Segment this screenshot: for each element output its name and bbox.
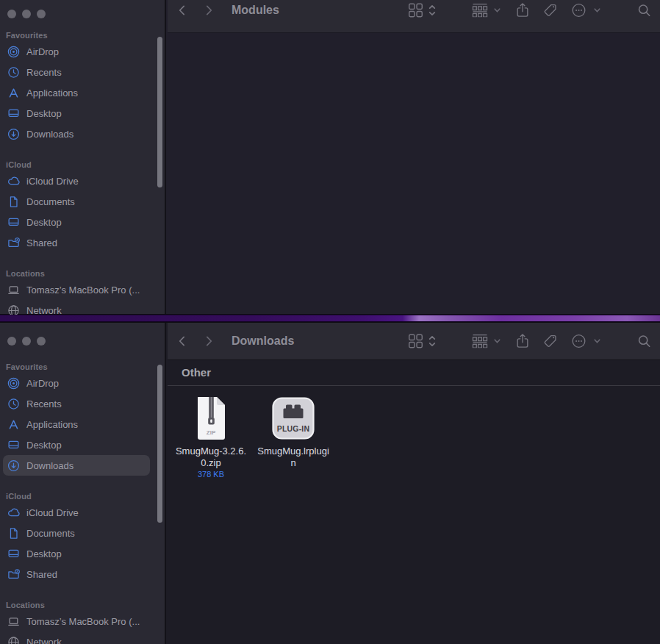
sidebar-item-desktop-icloud[interactable]: Desktop	[3, 543, 150, 564]
more-actions-button[interactable]	[571, 334, 587, 349]
file-name: SmugMug.lrplugin	[257, 446, 330, 469]
close-button[interactable]	[7, 10, 16, 18]
back-button[interactable]	[176, 4, 189, 17]
sidebar-item-label: Desktop	[26, 108, 62, 119]
finder-window-downloads: Favourites AirDrop Recents Applications	[0, 322, 660, 644]
shared-folder-icon	[7, 237, 20, 249]
sidebar-item-label: Recents	[26, 398, 62, 409]
document-icon	[7, 527, 20, 540]
sidebar-item-desktop[interactable]: Desktop	[3, 103, 150, 124]
sidebar-item-downloads-selected[interactable]: Downloads	[3, 455, 150, 476]
icon-view-button[interactable]	[408, 334, 423, 349]
window-content: Modules	[168, 0, 660, 314]
forward-button[interactable]	[202, 4, 215, 17]
laptop-icon	[7, 284, 20, 296]
share-button[interactable]	[515, 2, 530, 18]
group-by-button[interactable]	[471, 334, 489, 348]
zoom-button[interactable]	[37, 337, 46, 346]
sidebar: Favourites AirDrop Recents Applications	[0, 323, 166, 644]
sidebar-item-icloud-drive[interactable]: iCloud Drive	[3, 171, 150, 191]
sidebar-item-label: iCloud Drive	[26, 507, 79, 518]
zip-badge-text: ZIP	[207, 429, 216, 436]
share-button[interactable]	[515, 333, 530, 349]
sidebar-item-label: Desktop	[26, 548, 62, 559]
sidebar-item-airdrop[interactable]: AirDrop	[3, 41, 150, 62]
sidebar-scrollbar[interactable]	[157, 37, 162, 187]
group-header-other: Other	[168, 359, 660, 386]
zip-file-icon: ZIP	[195, 397, 227, 440]
sidebar-scrollbar[interactable]	[157, 365, 162, 523]
sidebar-item-icloud-drive[interactable]: iCloud Drive	[3, 502, 150, 523]
sidebar-section-favourites: Favourites	[0, 361, 165, 373]
back-button[interactable]	[176, 335, 189, 348]
window-title: Modules	[232, 4, 279, 17]
sidebar-item-label: Recents	[26, 67, 62, 78]
shared-folder-icon	[7, 568, 20, 581]
zoom-button[interactable]	[37, 10, 46, 18]
sidebar-item-macbook[interactable]: Tomasz’s MacBook Pro (...	[3, 279, 150, 300]
window-title: Downloads	[232, 334, 294, 348]
sidebar-item-label: Applications	[26, 419, 78, 430]
sidebar-item-documents[interactable]: Documents	[3, 523, 150, 543]
icon-view-button[interactable]	[408, 3, 423, 18]
sidebar-item-label: Desktop	[26, 217, 62, 228]
group-by-button[interactable]	[471, 4, 489, 18]
tags-button[interactable]	[542, 334, 558, 349]
desktop-icon	[7, 439, 20, 451]
sidebar-item-label: Applications	[26, 87, 78, 99]
sidebar-item-label: Tomasz’s MacBook Pro (...	[26, 285, 140, 296]
view-options-chevrons-icon[interactable]	[428, 4, 437, 18]
sidebar-item-label: Downloads	[26, 460, 73, 471]
sidebar-item-shared[interactable]: Shared	[3, 232, 150, 253]
desktop-icon	[7, 548, 20, 560]
sidebar-item-label: Documents	[26, 196, 75, 207]
document-icon	[7, 196, 20, 208]
sidebar-item-desktop-icloud[interactable]: Desktop	[3, 212, 150, 232]
search-button[interactable]	[637, 4, 651, 18]
sidebar-section-icloud: iCloud	[0, 159, 165, 171]
chevron-down-icon[interactable]	[593, 7, 601, 15]
sidebar-item-airdrop[interactable]: AirDrop	[3, 373, 150, 393]
sidebar-item-applications[interactable]: Applications	[3, 82, 150, 103]
sidebar-item-label: Shared	[26, 569, 57, 580]
download-circle-icon	[7, 128, 20, 140]
plugin-file-icon: PLUG-IN	[272, 397, 315, 440]
desktop: Favourites AirDrop Recents Applications	[0, 0, 660, 644]
more-actions-button[interactable]	[571, 3, 587, 18]
sidebar-section-locations: Locations	[0, 268, 165, 279]
sidebar-item-label: Documents	[26, 528, 75, 539]
sidebar-item-label: AirDrop	[26, 378, 59, 389]
airdrop-icon	[7, 46, 20, 58]
sidebar-section-icloud: iCloud	[0, 490, 165, 502]
sidebar-item-network[interactable]: Network	[3, 632, 150, 644]
minimize-button[interactable]	[22, 10, 31, 18]
sidebar-item-label: Desktop	[26, 440, 62, 451]
sidebar-item-recents[interactable]: Recents	[3, 62, 150, 82]
sidebar-item-label: Downloads	[26, 129, 73, 140]
sidebar-item-macbook[interactable]: Tomasz’s MacBook Pro (...	[3, 611, 150, 632]
cloud-icon	[7, 507, 20, 519]
sidebar-item-shared[interactable]: Shared	[3, 564, 150, 584]
sidebar-item-applications[interactable]: Applications	[3, 414, 150, 434]
view-options-chevrons-icon[interactable]	[428, 334, 437, 348]
minimize-button[interactable]	[22, 337, 31, 346]
chevron-down-icon[interactable]	[593, 337, 601, 346]
sidebar-item-documents[interactable]: Documents	[3, 191, 150, 212]
sidebar-item-downloads[interactable]: Downloads	[3, 124, 150, 144]
sidebar-item-label: Shared	[26, 237, 57, 248]
tags-button[interactable]	[542, 3, 558, 18]
file-area-empty	[168, 34, 660, 314]
toolbar: Modules	[168, 0, 660, 33]
chevron-down-icon[interactable]	[493, 7, 501, 15]
sidebar-item-recents[interactable]: Recents	[3, 393, 150, 414]
cloud-icon	[7, 175, 20, 187]
file-item-plugin[interactable]: PLUG-IN SmugMug.lrplugin	[254, 397, 332, 469]
file-name: SmugMug-3.2.6.0.zip	[174, 446, 248, 469]
desktop-wallpaper	[0, 315, 660, 322]
close-button[interactable]	[7, 337, 16, 346]
sidebar-item-desktop[interactable]: Desktop	[3, 434, 150, 455]
chevron-down-icon[interactable]	[493, 337, 501, 346]
file-item-zip[interactable]: ZIP SmugMug-3.2.6.0.zip 378 KB	[172, 397, 250, 479]
forward-button[interactable]	[202, 335, 215, 348]
search-button[interactable]	[637, 334, 651, 348]
